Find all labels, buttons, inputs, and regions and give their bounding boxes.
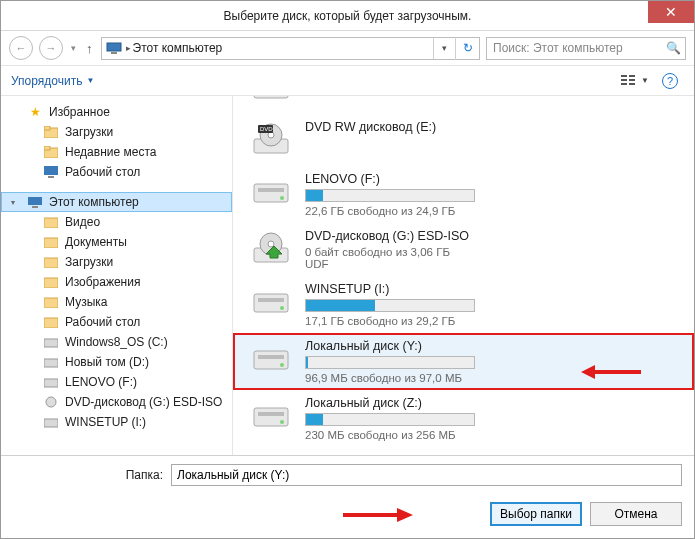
tree-item-desktop[interactable]: Рабочий стол — [1, 162, 232, 182]
drive-item[interactable]: Локальный диск (Z:) 230 МБ свободно из 2… — [233, 390, 694, 447]
tree-label: DVD-дисковод (G:) ESD-ISO — [65, 395, 222, 409]
tree-label: Новый том (D:) — [65, 355, 149, 369]
expand-icon[interactable]: ▾ — [11, 198, 15, 207]
svg-rect-12 — [44, 166, 58, 175]
svg-text:DVD: DVD — [260, 126, 273, 132]
forward-button[interactable]: → — [39, 36, 63, 60]
close-icon: ✕ — [665, 4, 677, 20]
drive-free: 17,1 ГБ свободно из 29,2 ГБ — [305, 315, 674, 327]
button-row: Выбор папки Отмена — [13, 502, 682, 526]
tree-label: Загрузки — [65, 125, 113, 139]
window-title: Выберите диск, который будет загрузочным… — [1, 9, 694, 23]
svg-point-51 — [280, 420, 284, 424]
up-button[interactable]: ↑ — [84, 41, 95, 56]
address-bar[interactable]: ▸ Этот компьютер ▾ ↻ — [101, 37, 481, 60]
arrow-left-icon: ← — [16, 42, 27, 54]
star-icon: ★ — [27, 104, 43, 120]
help-button[interactable]: ? — [656, 73, 684, 89]
tree-label: WINSETUP (I:) — [65, 415, 146, 429]
svg-rect-14 — [28, 197, 42, 205]
folder-icon — [43, 234, 59, 250]
tree-item-videos[interactable]: Видео — [1, 212, 232, 232]
view-icon — [621, 74, 637, 88]
svg-rect-26 — [44, 419, 58, 427]
arrow-up-icon: ↑ — [86, 41, 93, 56]
breadcrumb[interactable]: Этот компьютер — [131, 41, 434, 55]
capacity-bar — [305, 189, 475, 202]
svg-marker-55 — [397, 508, 413, 522]
select-folder-button[interactable]: Выбор папки — [490, 502, 582, 526]
back-button[interactable]: ← — [9, 36, 33, 60]
search-placeholder: Поиск: Этот компьютер — [487, 41, 661, 55]
help-icon: ? — [662, 73, 678, 89]
tree-item-documents[interactable]: Документы — [1, 232, 232, 252]
folder-row: Папка: — [13, 464, 682, 486]
tree-label: Видео — [65, 215, 100, 229]
history-dropdown[interactable]: ▾ — [69, 43, 78, 53]
computer-icon — [106, 40, 122, 56]
tree-item-drive-g[interactable]: DVD-дисковод (G:) ESD-ISO — [1, 392, 232, 412]
tree-item-desktop2[interactable]: Рабочий стол — [1, 312, 232, 332]
svg-point-37 — [280, 196, 284, 200]
tree-item-downloads[interactable]: Загрузки — [1, 122, 232, 142]
svg-point-40 — [268, 241, 274, 247]
capacity-bar — [305, 299, 475, 312]
hdd-icon — [251, 172, 291, 212]
svg-rect-3 — [621, 79, 627, 81]
hdd-icon — [43, 414, 59, 430]
drive-item[interactable]: DVD DVD RW дисковод (E:) — [233, 114, 694, 166]
main-area: ★ Избранное Загрузки Недавние места Рабо… — [1, 96, 694, 456]
hdd-icon — [43, 334, 59, 350]
tree-item-pictures[interactable]: Изображения — [1, 272, 232, 292]
svg-rect-16 — [44, 218, 58, 228]
chevron-down-icon: ▼ — [641, 76, 649, 85]
dialog-window: Выберите диск, который будет загрузочным… — [0, 0, 695, 539]
tree-item-drive-f[interactable]: LENOVO (F:) — [1, 372, 232, 392]
drive-free: 230 МБ свободно из 256 МБ — [305, 429, 674, 441]
drive-name: WINSETUP (I:) — [305, 282, 674, 296]
folder-icon — [43, 124, 59, 140]
svg-rect-36 — [258, 188, 284, 192]
drive-item[interactable]: LENOVO (F:) 22,6 ГБ свободно из 24,9 ГБ — [233, 166, 694, 223]
toolbar: Упорядочить ▼ ▼ ? — [1, 66, 694, 96]
folder-icon — [43, 214, 59, 230]
tree-item-music[interactable]: Музыка — [1, 292, 232, 312]
tree-label: Недавние места — [65, 145, 156, 159]
tree-item-drive-c[interactable]: Windows8_OS (C:) — [1, 332, 232, 352]
annotation-arrow-icon — [581, 363, 641, 385]
tree-item-downloads2[interactable]: Загрузки — [1, 252, 232, 272]
svg-rect-1 — [111, 52, 117, 54]
hdd-icon — [251, 96, 291, 108]
svg-rect-45 — [258, 355, 284, 359]
tree-item-drive-d[interactable]: Новый том (D:) — [1, 352, 232, 372]
folder-input[interactable] — [171, 464, 682, 486]
hdd-icon — [43, 354, 59, 370]
drive-item[interactable]: 426 ГБ свободно из 439 ГБ — [233, 96, 694, 114]
tree-label: Музыка — [65, 295, 107, 309]
desktop-icon — [43, 164, 59, 180]
drive-name: DVD RW дисковод (E:) — [305, 120, 674, 134]
cancel-button[interactable]: Отмена — [590, 502, 682, 526]
drive-item[interactable]: WINSETUP (I:) 17,1 ГБ свободно из 29,2 Г… — [233, 276, 694, 333]
address-dropdown[interactable]: ▾ — [433, 38, 455, 59]
svg-rect-23 — [44, 359, 58, 367]
svg-rect-42 — [258, 298, 284, 302]
drive-item[interactable]: DVD-дисковод (G:) ESD-ISO 0 байт свободн… — [233, 223, 694, 276]
tree-favorites[interactable]: ★ Избранное — [1, 102, 232, 122]
svg-rect-4 — [621, 83, 627, 85]
search-box[interactable]: Поиск: Этот компьютер 🔍 — [486, 37, 686, 60]
chevron-down-icon: ▼ — [86, 76, 94, 85]
tree-item-drive-i[interactable]: WINSETUP (I:) — [1, 412, 232, 432]
drive-name: DVD-дисковод (G:) ESD-ISO — [305, 229, 674, 243]
tree-thispc[interactable]: ▾ Этот компьютер — [1, 192, 232, 212]
refresh-button[interactable]: ↻ — [455, 37, 479, 60]
tree-item-recent[interactable]: Недавние места — [1, 142, 232, 162]
organize-label: Упорядочить — [11, 74, 82, 88]
folder-icon — [43, 294, 59, 310]
svg-point-25 — [46, 397, 56, 407]
view-options-button[interactable]: ▼ — [614, 71, 656, 91]
svg-point-43 — [280, 306, 284, 310]
close-button[interactable]: ✕ — [648, 1, 694, 23]
svg-rect-0 — [107, 43, 121, 51]
organize-menu[interactable]: Упорядочить ▼ — [11, 74, 94, 88]
